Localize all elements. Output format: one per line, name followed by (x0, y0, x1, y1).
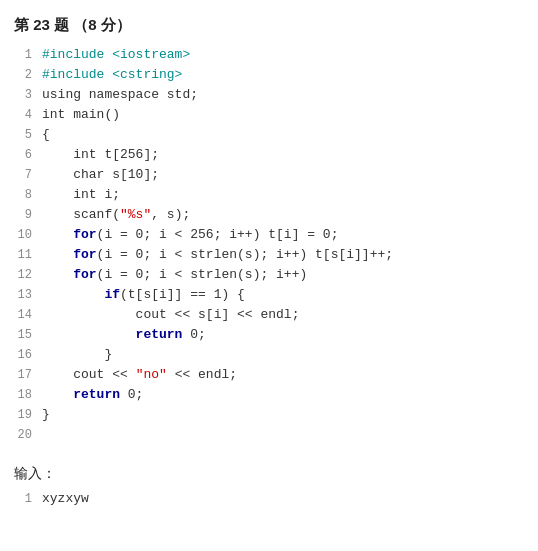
line-number: 14 (10, 305, 32, 325)
code-text: return 0; (42, 325, 206, 345)
line-number: 3 (10, 85, 32, 105)
code-text: char s[10]; (42, 165, 159, 185)
code-text: int main() (42, 105, 120, 125)
code-line: 1#include <iostream> (10, 45, 528, 65)
code-line: 7 char s[10]; (10, 165, 528, 185)
line-number: 2 (10, 65, 32, 85)
code-line: 6 int t[256]; (10, 145, 528, 165)
code-block: 1#include <iostream>2#include <cstring>3… (0, 45, 538, 445)
line-number: 17 (10, 365, 32, 385)
page-title: 第 23 题 （8 分） (0, 10, 538, 45)
code-text: for(i = 0; i < strlen(s); i++) t[s[i]]++… (42, 245, 393, 265)
code-text: using namespace std; (42, 85, 198, 105)
code-line: 3using namespace std; (10, 85, 528, 105)
code-text: #include <cstring> (42, 65, 182, 85)
code-line: 20 (10, 425, 528, 445)
code-line: 14 cout << s[i] << endl; (10, 305, 528, 325)
line-number: 9 (10, 205, 32, 225)
code-line: 5{ (10, 125, 528, 145)
code-line: 13 if(t[s[i]] == 1) { (10, 285, 528, 305)
line-number: 13 (10, 285, 32, 305)
code-text: #include <iostream> (42, 45, 190, 65)
code-text: int t[256]; (42, 145, 159, 165)
code-line: 17 cout << "no" << endl; (10, 365, 528, 385)
code-text: for(i = 0; i < 256; i++) t[i] = 0; (42, 225, 338, 245)
code-text: return 0; (42, 385, 143, 405)
code-text: } (42, 405, 50, 425)
line-number: 10 (10, 225, 32, 245)
line-number: 20 (10, 425, 32, 445)
line-number: 4 (10, 105, 32, 125)
input-block: 1xyzxyw (0, 489, 538, 509)
code-line: 2#include <cstring> (10, 65, 528, 85)
code-line: 10 for(i = 0; i < 256; i++) t[i] = 0; (10, 225, 528, 245)
line-number: 11 (10, 245, 32, 265)
input-line-number: 1 (10, 489, 32, 509)
code-text: if(t[s[i]] == 1) { (42, 285, 245, 305)
input-line: 1xyzxyw (10, 489, 528, 509)
line-number: 7 (10, 165, 32, 185)
line-number: 5 (10, 125, 32, 145)
code-line: 4int main() (10, 105, 528, 125)
line-number: 6 (10, 145, 32, 165)
code-text: cout << s[i] << endl; (42, 305, 299, 325)
code-line: 19} (10, 405, 528, 425)
code-text: for(i = 0; i < strlen(s); i++) (42, 265, 307, 285)
line-number: 8 (10, 185, 32, 205)
code-line: 8 int i; (10, 185, 528, 205)
code-line: 15 return 0; (10, 325, 528, 345)
code-line: 16 } (10, 345, 528, 365)
code-text: cout << "no" << endl; (42, 365, 237, 385)
input-value: xyzxyw (42, 489, 89, 509)
line-number: 15 (10, 325, 32, 345)
line-number: 18 (10, 385, 32, 405)
code-text: int i; (42, 185, 120, 205)
code-line: 9 scanf("%s", s); (10, 205, 528, 225)
line-number: 12 (10, 265, 32, 285)
code-text: } (42, 345, 112, 365)
code-line: 11 for(i = 0; i < strlen(s); i++) t[s[i]… (10, 245, 528, 265)
section-label-input: 输入： (0, 457, 538, 489)
line-number: 16 (10, 345, 32, 365)
line-number: 19 (10, 405, 32, 425)
line-number: 1 (10, 45, 32, 65)
code-line: 18 return 0; (10, 385, 528, 405)
code-text: scanf("%s", s); (42, 205, 190, 225)
code-line: 12 for(i = 0; i < strlen(s); i++) (10, 265, 528, 285)
code-text: { (42, 125, 50, 145)
